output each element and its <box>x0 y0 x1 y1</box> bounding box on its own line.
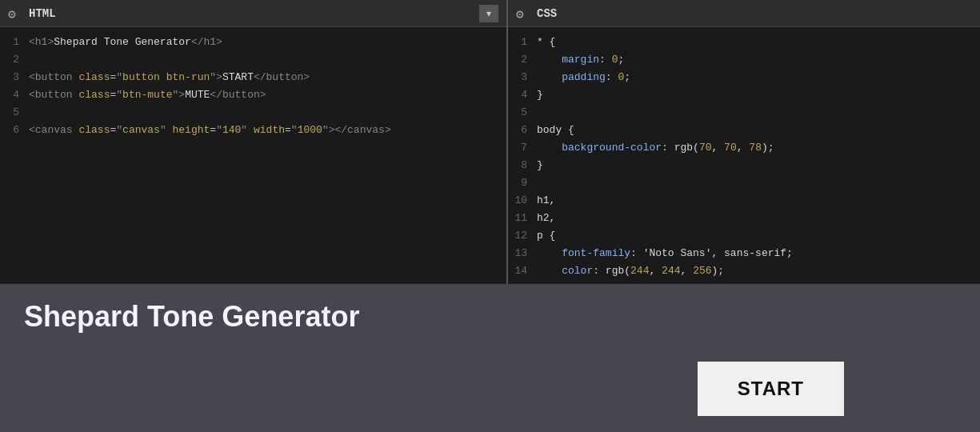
line-num: 2 <box>508 51 537 69</box>
line-num: 6 <box>0 122 29 139</box>
line-num: 5 <box>0 104 29 122</box>
html-line-3: 3 <button class="button btn-run">START</… <box>0 69 506 86</box>
css-line-1: 1 * { <box>508 34 980 51</box>
line-num: 2 <box>0 51 29 69</box>
css-gear-icon: ⚙ <box>516 6 530 21</box>
css-line-4: 4 } <box>508 86 980 104</box>
html-panel-header: ⚙ HTML ▾ <box>0 0 506 27</box>
line-content: <h1>Shepard Tone Generator</h1> <box>29 34 222 51</box>
html-panel-header-left: ⚙ HTML <box>8 6 56 21</box>
css-line-13: 13 font-family: 'Noto Sans', sans-serif; <box>508 245 980 262</box>
css-line-6: 6 body { <box>508 122 980 139</box>
css-code-area: 1 * { 2 margin: 0; 3 padding: 0; 4 } 5 6 <box>508 27 980 284</box>
gear-icon: ⚙ <box>8 6 22 21</box>
css-line-12: 12 p { <box>508 227 980 245</box>
line-num: 13 <box>508 245 537 262</box>
html-panel: ⚙ HTML ▾ 1 <h1>Shepard Tone Generator</h… <box>0 0 508 284</box>
line-num: 8 <box>508 157 537 174</box>
css-line-7: 7 background-color: rgb(70, 70, 78); <box>508 139 980 157</box>
line-content: <button class="button btn-run">START</bu… <box>29 69 310 86</box>
preview-heading: Shepard Tone Generator <box>24 300 359 334</box>
html-code-area: 1 <h1>Shepard Tone Generator</h1> 2 3 <b… <box>0 27 506 284</box>
line-content: margin: 0; <box>537 51 624 69</box>
line-content: padding: 0; <box>537 69 630 86</box>
css-panel-header-left: ⚙ CSS <box>516 6 557 21</box>
line-content: background-color: rgb(70, 70, 78); <box>537 139 774 157</box>
line-content: } <box>537 86 543 104</box>
html-line-1: 1 <h1>Shepard Tone Generator</h1> <box>0 34 506 51</box>
line-content: <button class="btn-mute">MUTE</button> <box>29 86 266 104</box>
css-panel-header: ⚙ CSS <box>508 0 980 27</box>
line-content: h1, <box>537 192 555 210</box>
css-line-10: 10 h1, <box>508 192 980 210</box>
html-line-5: 5 <box>0 104 506 122</box>
line-num: 6 <box>508 122 537 139</box>
line-content: h2, <box>537 210 555 227</box>
line-content: p { <box>537 227 555 245</box>
line-num: 10 <box>508 192 537 210</box>
css-line-9: 9 <box>508 174 980 192</box>
line-num: 5 <box>508 104 537 122</box>
line-num: 3 <box>508 69 537 86</box>
line-num: 3 <box>0 69 29 86</box>
line-num: 1 <box>0 34 29 51</box>
html-panel-dropdown[interactable]: ▾ <box>479 5 498 22</box>
html-panel-title: HTML <box>29 7 56 20</box>
line-num: 1 <box>508 34 537 51</box>
html-line-2: 2 <box>0 51 506 69</box>
line-content: font-family: 'Noto Sans', sans-serif; <box>537 245 793 262</box>
line-num: 14 <box>508 262 537 280</box>
css-line-8: 8 } <box>508 157 980 174</box>
line-content: body { <box>537 122 574 139</box>
css-line-2: 2 margin: 0; <box>508 51 980 69</box>
line-content: * { <box>537 34 555 51</box>
line-num: 7 <box>508 139 537 157</box>
editor-area: ⚙ HTML ▾ 1 <h1>Shepard Tone Generator</h… <box>0 0 980 284</box>
line-num: 4 <box>0 86 29 104</box>
html-line-4: 4 <button class="btn-mute">MUTE</button> <box>0 86 506 104</box>
css-line-3: 3 padding: 0; <box>508 69 980 86</box>
css-line-11: 11 h2, <box>508 210 980 227</box>
line-content: color: rgb(244, 244, 256); <box>537 262 724 280</box>
html-line-6: 6 <canvas class="canvas" height="140" wi… <box>0 122 506 139</box>
line-content: <canvas class="canvas" height="140" widt… <box>29 122 391 139</box>
css-panel: ⚙ CSS 1 * { 2 margin: 0; 3 padding: 0; 4… <box>508 0 980 284</box>
css-line-5: 5 <box>508 104 980 122</box>
preview-area: Shepard Tone Generator START <box>0 284 980 432</box>
line-num: 12 <box>508 227 537 245</box>
line-num: 4 <box>508 86 537 104</box>
css-panel-title: CSS <box>537 7 557 20</box>
css-line-14: 14 color: rgb(244, 244, 256); <box>508 262 980 280</box>
line-num: 9 <box>508 174 537 192</box>
line-content: } <box>537 157 543 174</box>
start-button[interactable]: START <box>698 362 844 416</box>
line-num: 11 <box>508 210 537 227</box>
